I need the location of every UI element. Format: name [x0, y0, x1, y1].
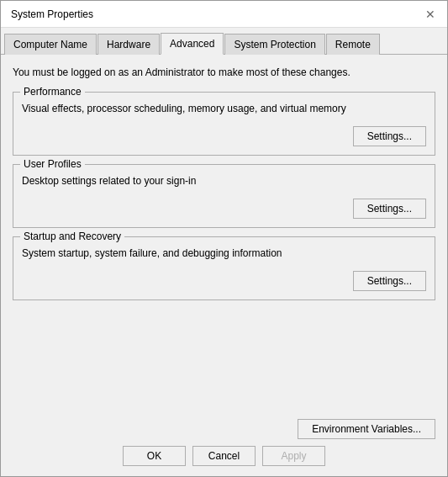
performance-description: Visual effects, processor scheduling, me… — [22, 103, 426, 114]
tab-remote[interactable]: Remote — [326, 34, 380, 55]
footer: Environment Variables... OK Cancel Apply — [1, 412, 447, 476]
startup-recovery-btn-row: Settings... — [22, 271, 426, 291]
user-profiles-description: Desktop settings related to your sign-in — [22, 175, 426, 187]
startup-recovery-description: System startup, system failure, and debu… — [22, 247, 426, 259]
performance-group: Performance Visual effects, processor sc… — [13, 92, 435, 156]
env-variables-row: Environment Variables... — [13, 419, 435, 439]
main-content: You must be logged on as an Administrato… — [1, 55, 447, 412]
startup-recovery-settings-button[interactable]: Settings... — [353, 271, 426, 291]
startup-recovery-group: Startup and Recovery System startup, sys… — [13, 236, 435, 300]
performance-group-label: Performance — [20, 86, 85, 98]
close-button[interactable]: ✕ — [420, 4, 440, 24]
title-bar: System Properties ✕ — [1, 1, 447, 28]
admin-notice: You must be logged on as an Administrato… — [13, 65, 435, 83]
user-profiles-group-label: User Profiles — [20, 158, 85, 170]
window-title: System Properties — [11, 8, 93, 20]
tab-advanced[interactable]: Advanced — [161, 33, 224, 55]
startup-recovery-group-label: Startup and Recovery — [20, 231, 124, 242]
tab-computer-name[interactable]: Computer Name — [4, 34, 97, 55]
performance-btn-row: Settings... — [22, 126, 426, 146]
tab-hardware[interactable]: Hardware — [98, 34, 160, 55]
cancel-button[interactable]: Cancel — [192, 446, 256, 466]
action-row: OK Cancel Apply — [13, 446, 435, 466]
tab-bar: Computer Name Hardware Advanced System P… — [1, 28, 447, 55]
user-profiles-group: User Profiles Desktop settings related t… — [13, 164, 435, 228]
ok-button[interactable]: OK — [123, 446, 186, 466]
user-profiles-btn-row: Settings... — [22, 199, 426, 219]
system-properties-window: System Properties ✕ Computer Name Hardwa… — [0, 0, 448, 477]
tab-system-protection[interactable]: System Protection — [224, 34, 324, 55]
environment-variables-button[interactable]: Environment Variables... — [298, 419, 435, 439]
apply-button[interactable]: Apply — [262, 446, 325, 466]
performance-settings-button[interactable]: Settings... — [353, 126, 426, 146]
user-profiles-settings-button[interactable]: Settings... — [353, 199, 426, 219]
